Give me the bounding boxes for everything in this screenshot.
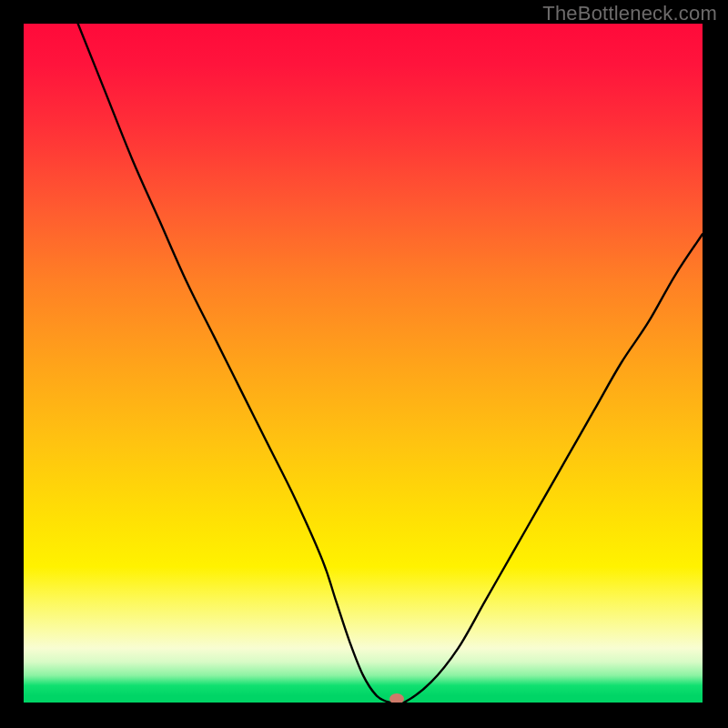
watermark-text: TheBottleneck.com	[542, 2, 717, 25]
optimal-point-marker	[389, 693, 404, 703]
bottleneck-curve	[24, 24, 703, 703]
plot-area	[24, 24, 703, 703]
chart-frame: TheBottleneck.com	[0, 0, 728, 728]
